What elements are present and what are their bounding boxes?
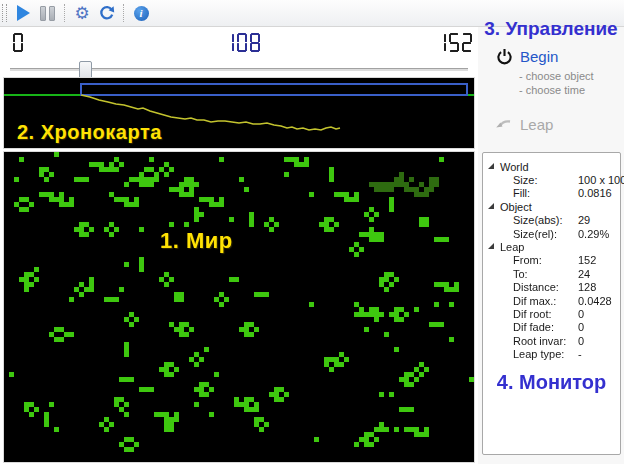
property-value: 0.0428 — [578, 295, 612, 307]
monitor-title: 4. Монитор — [483, 371, 620, 394]
property-value: 0.0816 — [578, 187, 612, 199]
info-button[interactable]: i — [129, 2, 153, 24]
monitor-row[interactable]: Size(rel):0.29% — [483, 227, 620, 240]
property-value: 24 — [578, 268, 590, 280]
property-label: From: — [513, 254, 542, 266]
property-label: Size(abs): — [513, 214, 563, 226]
begin-label: Begin — [520, 48, 558, 65]
monitor-row[interactable]: Distance:128 — [483, 281, 620, 294]
property-value: 0 — [578, 321, 584, 333]
world-canvas[interactable] — [4, 152, 474, 462]
reset-icon — [98, 5, 115, 22]
monitor-row[interactable]: Leap — [483, 240, 620, 253]
gear-icon: ⚙ — [74, 5, 89, 22]
chronomap-panel[interactable]: 2. Хронокарта — [4, 78, 474, 148]
pause-icon — [40, 6, 55, 21]
play-button[interactable] — [11, 2, 35, 24]
expander-icon[interactable] — [488, 243, 494, 249]
monitor-row[interactable]: Size(abs):29 — [483, 214, 620, 227]
reset-button[interactable] — [94, 2, 118, 24]
control-panel: 3. Управление Begin - choose object - ch… — [478, 27, 624, 464]
monitor-row[interactable]: Fill:0.0816 — [483, 187, 620, 200]
begin-hint-time: - choose time — [519, 84, 585, 96]
monitor-row[interactable]: Dif fade:0 — [483, 321, 620, 334]
property-label: Distance: — [513, 281, 559, 293]
property-label: Size: — [513, 174, 537, 186]
world-panel[interactable]: 1. Мир — [4, 152, 474, 462]
monitor-row[interactable]: Root invar:0 — [483, 334, 620, 347]
main-area: 2. Хронокарта 1. Мир — [0, 27, 478, 464]
toolbar-grip[interactable] — [2, 4, 7, 22]
leap-button[interactable]: Leap — [493, 116, 553, 133]
property-value: - — [578, 348, 582, 360]
leap-label: Leap — [520, 116, 553, 133]
property-label: World — [500, 161, 529, 173]
toolbar-separator — [123, 4, 124, 22]
monitor-row[interactable]: To:24 — [483, 267, 620, 280]
play-icon — [17, 5, 30, 21]
property-value: 0 — [578, 308, 584, 320]
property-value: 100 x 100 — [578, 174, 624, 186]
control-title: 3. Управление — [478, 18, 624, 40]
chronomap-selection[interactable] — [81, 84, 467, 95]
world-label: 1. Мир — [160, 228, 233, 254]
timeline-current-display — [230, 33, 263, 52]
monitor-row[interactable]: Dif root:0 — [483, 307, 620, 320]
property-label: Object — [500, 201, 532, 213]
property-label: Root invar: — [513, 335, 566, 347]
property-value: 0.29% — [578, 228, 609, 240]
monitor-row[interactable]: Size:100 x 100 — [483, 173, 620, 186]
info-icon: i — [134, 6, 149, 21]
monitor-row[interactable]: Leap type:- — [483, 347, 620, 360]
time-slider-handle[interactable] — [79, 61, 92, 79]
monitor-row[interactable]: Object — [483, 200, 620, 213]
toolbar-separator — [64, 4, 65, 22]
timeline-max-display — [442, 33, 475, 52]
begin-button[interactable]: Begin — [496, 48, 558, 65]
settings-button[interactable]: ⚙ — [70, 2, 94, 24]
property-label: Dif root: — [513, 308, 552, 320]
property-label: Leap type: — [513, 348, 564, 360]
timeline-min-display — [13, 33, 26, 52]
property-label: To: — [513, 268, 528, 280]
power-icon — [496, 48, 513, 65]
pause-button[interactable] — [35, 2, 59, 24]
expander-icon[interactable] — [488, 203, 494, 209]
property-label: Fill: — [513, 187, 530, 199]
property-value: 128 — [578, 281, 596, 293]
monitor-row[interactable]: Dif max.:0.0428 — [483, 294, 620, 307]
monitor-row[interactable]: World — [483, 160, 620, 173]
chronomap-label: 2. Хронокарта — [17, 121, 162, 144]
property-label: Size(rel): — [513, 228, 557, 240]
expander-icon[interactable] — [488, 163, 494, 169]
property-value: 0 — [578, 335, 584, 347]
app-window: ⚙ i 2. Хронокарта — [0, 0, 624, 464]
property-label: Dif max.: — [513, 295, 556, 307]
monitor-tree: WorldSize:100 x 100Fill:0.0816ObjectSize… — [483, 160, 620, 361]
property-label: Dif fade: — [513, 321, 554, 333]
monitor-panel: WorldSize:100 x 100Fill:0.0816ObjectSize… — [482, 152, 621, 455]
monitor-row[interactable]: From:152 — [483, 254, 620, 267]
leap-icon — [493, 117, 513, 132]
begin-hint-object: - choose object — [519, 70, 594, 82]
property-value: 152 — [578, 254, 596, 266]
property-value: 29 — [578, 214, 590, 226]
property-label: Leap — [500, 241, 524, 253]
